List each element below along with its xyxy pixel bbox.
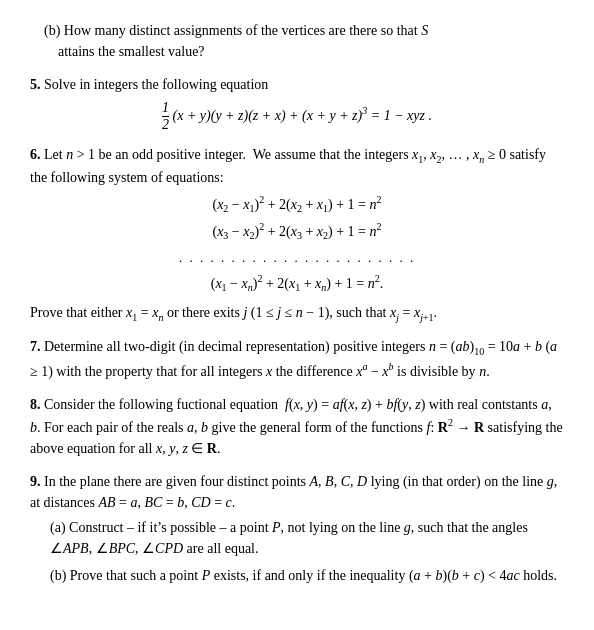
problem-9a-text: (a) Construct – if it’s possible – a poi… <box>50 517 564 559</box>
fraction-half: 1 2 <box>162 101 169 132</box>
problem-6-eqn: (x1 − xn)2 + 2(x1 + xn) + 1 = n2. <box>30 271 564 295</box>
problem-6-eq1: (x2 − x1)2 + 2(x2 + x1) + 1 = n2 <box>30 192 564 216</box>
problem-6: 6. Let n > 1 be an odd positive integer.… <box>30 144 564 324</box>
problem-8: 8. Consider the following fuctional equa… <box>30 394 564 459</box>
problem-8-number: 8. <box>30 397 41 412</box>
problem-6-eq2: (x3 − x2)2 + 2(x3 + x2) + 1 = n2 <box>30 219 564 243</box>
problem-7-number: 7. <box>30 339 41 354</box>
problem-6-prove: Prove that either x1 = xn or there exits… <box>30 302 564 325</box>
problem-b: (b) How many distinct assignments of the… <box>30 20 564 62</box>
problem-5-equation: 1 2 (x + y)(y + z)(z + x) + (x + y + z)3… <box>30 101 564 132</box>
problem-6-text: 6. Let n > 1 be an odd positive integer.… <box>30 144 564 188</box>
problem-6-number: 6. <box>30 147 41 162</box>
problem-9a: (a) Construct – if it’s possible – a poi… <box>50 517 564 559</box>
problem-5-number: 5. <box>30 77 41 92</box>
problem-5: 5. Solve in integers the following equat… <box>30 74 564 132</box>
problem-7: 7. Determine all two-digit (in decimal r… <box>30 336 564 381</box>
problem-6-dots: . . . . . . . . . . . . . . . . . . . . … <box>30 248 564 268</box>
problem-b-text: (b) How many distinct assignments of the… <box>30 20 564 62</box>
problem-9b: (b) Prove that such a point P exists, if… <box>50 565 564 586</box>
problem-9: 9. In the plane there are given four dis… <box>30 471 564 586</box>
problem-8-text: 8. Consider the following fuctional equa… <box>30 394 564 459</box>
document-content: (b) How many distinct assignments of the… <box>30 20 564 586</box>
problem-9b-text: (b) Prove that such a point P exists, if… <box>50 565 564 586</box>
problem-5-text: 5. Solve in integers the following equat… <box>30 74 564 95</box>
problem-7-text: 7. Determine all two-digit (in decimal r… <box>30 336 564 381</box>
problem-9-text: 9. In the plane there are given four dis… <box>30 471 564 513</box>
problem-9-number: 9. <box>30 474 41 489</box>
